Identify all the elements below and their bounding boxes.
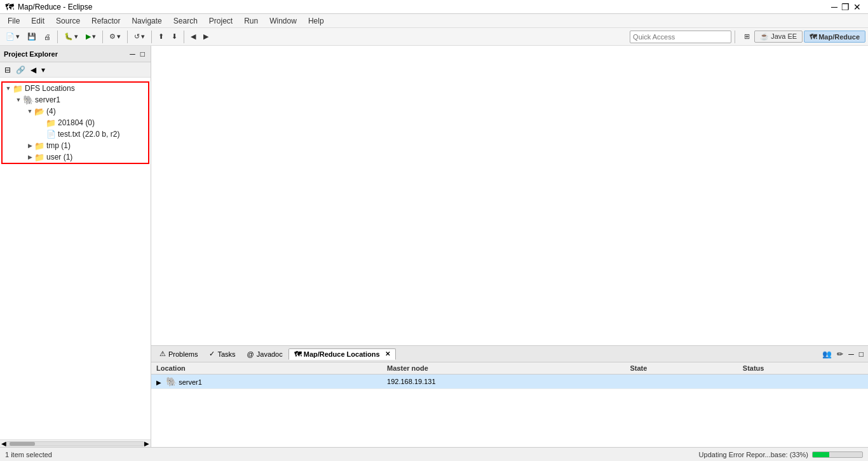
perspective-map-reduce[interactable]: 🗺 Map/Reduce (804, 31, 865, 43)
tree-item-server1[interactable]: ▼ 🐘 server1 (3, 94, 148, 106)
minimize-panel-button[interactable]: ─ (846, 349, 856, 359)
tree-item-4-folder[interactable]: ▼ 📂 (4) (3, 106, 148, 117)
tab-tasks[interactable]: ✓ Tasks (203, 348, 241, 360)
scrollbar-thumb[interactable] (10, 442, 35, 446)
dfs-icon: 📁 (13, 83, 23, 93)
menu-window[interactable]: Window (264, 15, 302, 27)
restore-app-button[interactable]: ❐ (839, 1, 851, 13)
mapreduce-close-icon[interactable]: ✕ (385, 350, 390, 357)
scrollbar-track[interactable] (6, 441, 144, 446)
tree-item-201804[interactable]: ▶ 📁 201804 (0) (3, 117, 148, 128)
scroll-left-btn[interactable]: ◀ (1, 440, 6, 447)
explorer-scrollbar[interactable]: ◀ ▶ (0, 439, 151, 447)
tmp-label: tmp (1) (46, 141, 71, 150)
toolbar-sep-4 (151, 31, 152, 43)
menu-run[interactable]: Run (239, 15, 263, 27)
explorer-title: Project Explorer (4, 50, 128, 58)
editor-area (151, 46, 868, 345)
dfs-toggle[interactable]: ▼ (4, 84, 13, 93)
tasks-label: Tasks (217, 350, 235, 358)
mapreduce-tab-icon: 🗺 (294, 350, 301, 358)
add-location-button[interactable]: 👥 (820, 349, 834, 359)
debug-button[interactable]: 🐛▾ (61, 31, 81, 43)
tmp-toggle[interactable]: ▶ (25, 141, 34, 150)
next-annotation-button[interactable]: ⬇ (168, 31, 180, 43)
map-reduce-label: Map/Reduce (818, 33, 860, 41)
tab-mapreduce-locations[interactable]: 🗺 Map/Reduce Locations ✕ (288, 348, 396, 360)
quick-access-input[interactable] (630, 31, 731, 43)
menu-edit[interactable]: Edit (26, 15, 50, 27)
server1-toggle[interactable]: ▼ (14, 95, 23, 104)
java-ee-icon: ☕ (760, 32, 769, 40)
close-app-button[interactable]: ✕ (851, 1, 863, 13)
scroll-right-btn[interactable]: ▶ (144, 440, 149, 447)
menu-search[interactable]: Search (168, 15, 203, 27)
tree-item-dfs-locations[interactable]: ▼ 📁 DFS Locations (3, 83, 148, 94)
save-button[interactable]: 💾 (24, 31, 39, 43)
explorer-menu-button[interactable]: ▾ (39, 65, 47, 75)
bottom-table-container: Location Master node State Status ▶ 🐘 se… (151, 362, 868, 447)
menu-refactor[interactable]: Refactor (86, 15, 125, 27)
col-status: Status (738, 362, 868, 375)
bottom-tabs-bar: ⚠ Problems ✓ Tasks @ Javadoc 🗺 Map/Reduc… (151, 346, 868, 362)
menu-navigate[interactable]: Navigate (126, 15, 166, 27)
next-edit-icon: ▶ (203, 32, 208, 41)
menu-source[interactable]: Source (51, 15, 85, 27)
tab-javadoc[interactable]: @ Javadoc (241, 348, 288, 360)
refresh-button[interactable]: ↺▾ (131, 31, 148, 43)
row-expand-icon[interactable]: ▶ (156, 379, 161, 386)
tree-item-tmp[interactable]: ▶ 📁 tmp (1) (3, 140, 148, 151)
refresh-icon: ↺ (134, 32, 140, 41)
tab-problems[interactable]: ⚠ Problems (154, 348, 203, 360)
folder4-toggle[interactable]: ▼ (25, 107, 34, 116)
minimize-app-button[interactable]: ─ (829, 1, 839, 13)
run-button[interactable]: ▶▾ (83, 31, 99, 43)
collapse-all-button[interactable]: ⊟ (3, 65, 13, 75)
tree-container[interactable]: ▼ 📁 DFS Locations ▼ 🐘 server1 ▼ 📂 (4) (0, 78, 151, 439)
explorer-title-bar: Project Explorer ─ □ (0, 46, 151, 62)
problems-label: Problems (168, 350, 198, 358)
link-with-editor-button[interactable]: 🔗 (14, 65, 27, 75)
201804-label: 201804 (0) (58, 118, 95, 127)
progress-bar (812, 451, 863, 458)
explorer-back-button[interactable]: ◀ (29, 65, 38, 75)
status-bar: 1 item selected Updating Error Repor...b… (0, 447, 868, 461)
table-row[interactable]: ▶ 🐘 server1 192.168.19.131 (151, 375, 868, 389)
title-bar: 🗺 Map/Reduce - Eclipse ─ ❐ ✕ (0, 0, 868, 14)
menu-help[interactable]: Help (303, 15, 329, 27)
col-master-node: Master node (382, 362, 625, 375)
explorer-minimize-button[interactable]: ─ (128, 49, 137, 59)
toolbar: 📄▾ 💾 🖨 🐛▾ ▶▾ ⚙▾ ↺▾ ⬆ ⬇ ◀ ▶ ⊞ ☕ Java EE (0, 28, 868, 46)
prev-annotation-button[interactable]: ⬆ (155, 31, 167, 43)
maximize-panel-button[interactable]: □ (857, 349, 865, 359)
menu-project[interactable]: Project (204, 15, 238, 27)
user-toggle[interactable]: ▶ (25, 153, 34, 162)
toolbar-sep-1 (57, 31, 58, 43)
javadoc-label: Javadoc (257, 350, 283, 358)
print-button[interactable]: 🖨 (41, 31, 54, 43)
extern-tools-button[interactable]: ⚙▾ (106, 31, 124, 43)
content-area: ⚠ Problems ✓ Tasks @ Javadoc 🗺 Map/Reduc… (151, 46, 868, 447)
toolbar-sep-5 (184, 31, 184, 43)
row-location: ▶ 🐘 server1 (151, 375, 382, 389)
user-icon: 📁 (34, 152, 44, 162)
menu-file[interactable]: File (3, 15, 25, 27)
new-button[interactable]: 📄▾ (3, 31, 23, 43)
tree-item-test-txt[interactable]: ▶ 📄 test.txt (22.0 b, r2) (3, 128, 148, 140)
explorer-toolbar: ⊟ 🔗 ◀ ▾ (0, 62, 151, 78)
explorer-maximize-button[interactable]: □ (139, 49, 147, 59)
prev-edit-button[interactable]: ◀ (187, 31, 199, 43)
row-state (625, 375, 737, 389)
dfs-label: DFS Locations (25, 84, 75, 93)
edit-location-button[interactable]: ✏ (835, 349, 845, 359)
tree-highlight-box: ▼ 📁 DFS Locations ▼ 🐘 server1 ▼ 📂 (4) (1, 81, 149, 164)
perspectives-icon[interactable]: ⊞ (741, 31, 753, 43)
perspective-java-ee[interactable]: ☕ Java EE (754, 31, 803, 43)
toolbar-sep-2 (102, 31, 103, 43)
mapreduce-tab-label: Map/Reduce Locations (304, 350, 380, 358)
tree-item-user[interactable]: ▶ 📁 user (1) (3, 151, 148, 163)
next-edit-button[interactable]: ▶ (200, 31, 212, 43)
status-left-text: 1 item selected (5, 451, 52, 458)
extern-icon: ⚙ (109, 32, 116, 41)
table-header-row: Location Master node State Status (151, 362, 868, 375)
